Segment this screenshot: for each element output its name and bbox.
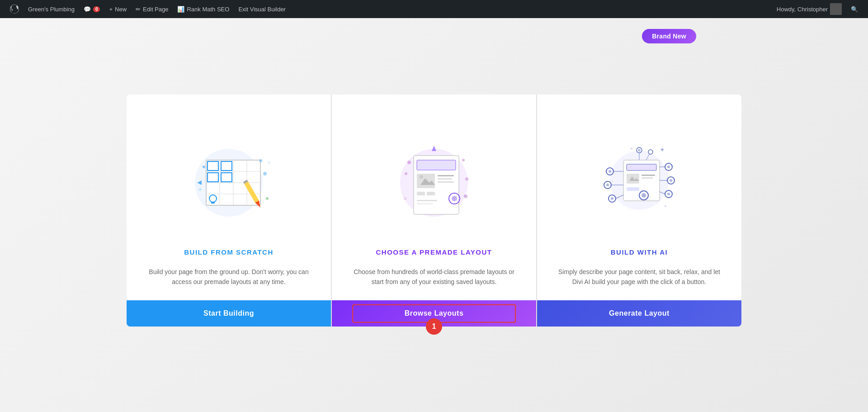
svg-text:+: + bbox=[664, 204, 667, 208]
card-premade-layout: × ◆ CHOOSE A PREMADE LAYOUT Choose from … bbox=[332, 95, 536, 327]
user-avatar bbox=[830, 3, 842, 15]
svg-point-59 bbox=[609, 170, 611, 173]
svg-rect-35 bbox=[438, 181, 454, 183]
svg-rect-36 bbox=[417, 192, 425, 195]
svg-rect-17 bbox=[211, 202, 215, 204]
admin-bar: Green's Plumbing 💬 0 + New ✏ Edit Page 📊… bbox=[0, 0, 868, 18]
svg-rect-55 bbox=[642, 175, 655, 176]
svg-point-77 bbox=[642, 193, 646, 198]
search-button[interactable]: 🔍 bbox=[846, 0, 863, 18]
card-title-scratch: BUILD FROM SCRATCH bbox=[175, 248, 283, 256]
svg-rect-37 bbox=[427, 192, 435, 195]
svg-text:×: × bbox=[403, 195, 407, 202]
svg-point-32 bbox=[420, 175, 423, 179]
card-desc-scratch: Build your page from the ground up. Don'… bbox=[127, 267, 331, 287]
svg-rect-34 bbox=[438, 178, 452, 180]
svg-rect-40 bbox=[417, 200, 437, 201]
svg-point-20 bbox=[266, 197, 269, 200]
svg-point-39 bbox=[452, 196, 457, 201]
svg-text:+: + bbox=[267, 159, 271, 166]
svg-point-74 bbox=[667, 193, 670, 195]
svg-rect-28 bbox=[417, 160, 456, 170]
cards-container: + + BUILD FROM SCRATCH Build your page f… bbox=[127, 95, 741, 327]
new-button[interactable]: + New bbox=[104, 0, 131, 18]
card-footer-scratch: Start Building bbox=[127, 287, 331, 327]
svg-text:◆: ◆ bbox=[465, 175, 469, 182]
illustration-scratch: + + bbox=[127, 95, 331, 248]
browse-layouts-wrapper: Browse Layouts 1 bbox=[332, 300, 536, 327]
card-build-from-scratch: + + BUILD FROM SCRATCH Build your page f… bbox=[127, 95, 331, 327]
exit-builder-button[interactable]: Exit Visual Builder bbox=[234, 0, 290, 18]
search-icon: 🔍 bbox=[851, 6, 858, 13]
svg-point-18 bbox=[203, 166, 205, 168]
plus-icon: + bbox=[109, 6, 113, 13]
svg-point-68 bbox=[667, 166, 670, 168]
brand-new-badge: Brand New bbox=[642, 29, 696, 43]
svg-point-71 bbox=[670, 179, 672, 182]
comment-icon: 💬 bbox=[84, 6, 91, 13]
rank-math-button[interactable]: 📊 Rank Math SEO bbox=[173, 0, 234, 18]
svg-point-44 bbox=[462, 159, 465, 161]
illustration-ai: ✦ + + bbox=[537, 95, 741, 248]
card-desc-ai: Simply describe your page content, sit b… bbox=[537, 267, 741, 287]
svg-rect-41 bbox=[417, 203, 433, 204]
card-footer-ai: Generate Layout bbox=[537, 287, 741, 327]
edit-icon: ✏ bbox=[136, 6, 141, 13]
card-footer-premade: Browse Layouts 1 bbox=[332, 287, 536, 327]
main-content: Brand New bbox=[0, 18, 868, 412]
svg-point-45 bbox=[464, 194, 467, 198]
site-name[interactable]: Green's Plumbing bbox=[24, 0, 79, 18]
svg-marker-46 bbox=[432, 146, 436, 151]
svg-rect-57 bbox=[627, 187, 639, 191]
illustration-premade: × ◆ bbox=[332, 95, 536, 248]
comment-count: 0 bbox=[93, 6, 100, 12]
howdy-user[interactable]: Howdy, Christopher bbox=[772, 0, 846, 18]
svg-point-62 bbox=[606, 184, 609, 186]
start-building-button[interactable]: Start Building bbox=[127, 300, 331, 327]
rank-math-icon: 📊 bbox=[177, 6, 184, 13]
svg-point-19 bbox=[263, 172, 267, 175]
svg-point-65 bbox=[611, 197, 613, 200]
svg-text:+: + bbox=[198, 185, 202, 193]
card-title-premade: CHOOSE A PREMADE LAYOUT bbox=[367, 248, 501, 256]
comments-link[interactable]: 💬 0 bbox=[79, 0, 105, 18]
svg-rect-56 bbox=[642, 177, 653, 179]
svg-point-43 bbox=[405, 172, 407, 175]
wp-logo[interactable] bbox=[5, 0, 24, 18]
svg-text:✦: ✦ bbox=[660, 146, 665, 153]
svg-rect-51 bbox=[627, 164, 656, 170]
notification-badge: 1 bbox=[426, 318, 442, 335]
card-desc-premade: Choose from hundreds of world-class prem… bbox=[332, 267, 536, 287]
edit-page-button[interactable]: ✏ Edit Page bbox=[131, 0, 173, 18]
card-build-with-ai: ✦ + + BUILD WITH AI Simply describe your… bbox=[537, 95, 741, 327]
svg-rect-33 bbox=[438, 175, 454, 176]
svg-text:+: + bbox=[630, 146, 633, 151]
card-title-ai: BUILD WITH AI bbox=[602, 248, 677, 256]
generate-layout-button[interactable]: Generate Layout bbox=[537, 300, 741, 327]
svg-point-42 bbox=[407, 161, 411, 164]
svg-point-79 bbox=[638, 149, 641, 152]
admin-bar-right: Howdy, Christopher 🔍 bbox=[772, 0, 863, 18]
